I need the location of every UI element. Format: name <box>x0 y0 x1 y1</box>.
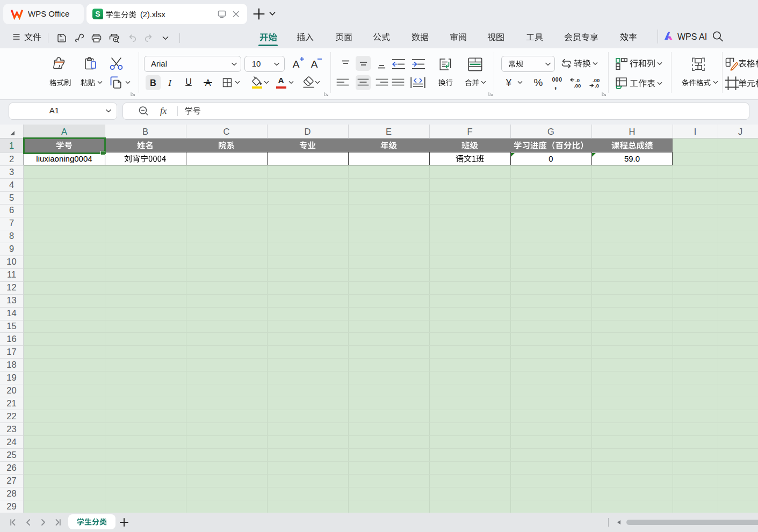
svg-text:.0: .0 <box>575 77 580 83</box>
svg-text:.0: .0 <box>595 83 599 89</box>
svg-text:S: S <box>95 10 100 18</box>
svg-text:.00: .00 <box>593 77 600 83</box>
svg-text:.00: .00 <box>574 83 581 89</box>
